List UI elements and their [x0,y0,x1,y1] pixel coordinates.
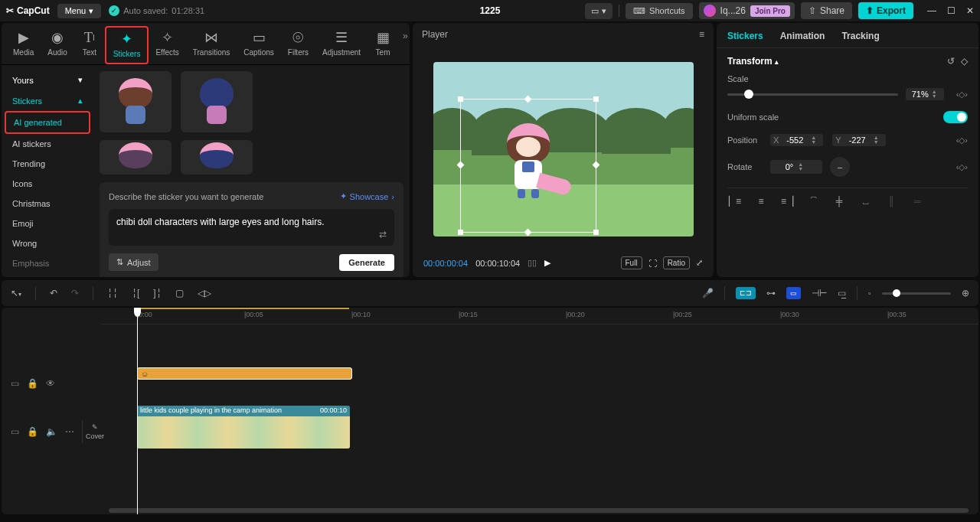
sticker-thumb[interactable] [181,71,253,132]
shortcuts-button[interactable]: ⌨ Shortcuts [626,3,692,19]
transform-header[interactable]: Transform ▴ ↺ ◇ [727,56,968,67]
align-v-center-icon[interactable]: ╪ [831,194,847,208]
collapse-tabs-button[interactable]: » [398,26,413,64]
category-ai-generated[interactable]: AI generated [5,111,90,134]
track-preview-icon[interactable]: ▭̲ [838,288,846,299]
rotate-stepper[interactable]: ▲▼ [798,162,807,171]
timeline-tracks[interactable]: |0:00 |00:05 |00:10 |00:15 |00:20 |00:25… [101,308,978,514]
share-button[interactable]: ⇧ Share [801,2,852,19]
category-stickers[interactable]: Stickers▴ [5,90,90,111]
tab-stickers[interactable]: ✦Stickers [105,26,149,64]
minimize-button[interactable]: — [927,5,936,16]
lock-icon[interactable]: 🔒 [27,378,38,389]
full-button[interactable]: Full [621,256,642,269]
timeline-ruler[interactable]: |0:00 |00:05 |00:10 |00:15 |00:20 |00:25… [101,308,978,325]
tab-effects[interactable]: ✧Effects [149,26,185,64]
pos-y-stepper[interactable]: ▲▼ [874,135,883,145]
visibility-icon[interactable]: 👁 [46,378,55,389]
pos-x-stepper[interactable]: ▲▼ [811,135,820,145]
microphone-icon[interactable]: 🎤 [702,288,714,299]
sticker-clip[interactable]: ☺ [137,367,352,380]
redo-button[interactable]: ↷ [71,288,79,299]
video-track[interactable]: little kids couple playing in the camp a… [101,406,978,449]
generate-button[interactable]: Generate [339,254,394,271]
reset-icon[interactable]: ↺ [947,56,955,67]
trim-left-icon[interactable]: ╎[ [132,288,139,299]
adjust-button[interactable]: ⇅ Adjust [109,253,158,271]
align-h-center-icon[interactable]: ≡ [753,194,769,208]
rotate-input[interactable]: 0° ▲▼ [770,160,822,174]
collapse-icon[interactable]: ▭ [11,378,19,389]
align-left-icon[interactable]: ▏≡ [727,194,743,208]
tab-audio[interactable]: ◉Audio [41,26,74,64]
ratio-button[interactable]: Ratio [663,256,690,269]
align-bottom-icon[interactable]: ⎵ [858,194,873,208]
maximize-button[interactable]: ☐ [947,5,956,16]
position-keyframe[interactable]: ‹◇› [956,135,968,145]
scan-icon[interactable]: ⛶ [648,259,657,268]
player-menu-icon[interactable]: ≡ [699,29,704,40]
sticker-track[interactable]: ☺ [101,367,978,390]
scale-value[interactable]: 71% [909,90,932,99]
delete-icon[interactable]: ▢ [175,288,184,299]
tab-stickers-inspector[interactable]: Stickers [727,31,763,41]
tab-captions[interactable]: ▭Captions [237,26,280,64]
timeline-scrollbar[interactable] [101,507,978,514]
tab-tracking[interactable]: Tracking [841,31,879,41]
tab-text[interactable]: TIText [74,26,105,64]
category-icons[interactable]: Icons [5,174,90,194]
tab-filters[interactable]: ⦾Filters [281,26,315,64]
link-icon[interactable]: ⊶ [766,288,776,299]
scale-slider[interactable] [727,93,898,96]
scale-keyframe[interactable]: ‹◇› [956,90,968,100]
selection-tool-icon[interactable]: ↖▾ [11,288,21,299]
export-button[interactable]: ⬆ Export [858,2,913,19]
category-trending[interactable]: Trending [5,154,90,174]
user-pill[interactable]: Iq...26 Join Pro [699,2,795,19]
menu-button[interactable]: Menu ▾ [57,4,102,18]
sticker-thumb[interactable] [100,71,172,132]
undo-button[interactable]: ↶ [50,288,57,299]
align-right-icon[interactable]: ≡▕ [779,194,795,208]
playhead[interactable] [137,308,138,514]
selection-box[interactable] [460,99,596,233]
uniform-scale-toggle[interactable] [943,111,968,123]
keyframe-nav-icon[interactable]: ◇ [961,56,968,67]
pos-x-input[interactable]: X -552 ▲▼ [770,134,823,146]
flip-button[interactable]: – [830,157,850,177]
category-emphasis[interactable]: Emphasis [5,253,90,273]
category-emoji[interactable]: Emoji [5,214,90,233]
more-icon[interactable]: ⋯ [65,426,74,437]
category-ai-stickers[interactable]: AI stickers [5,134,90,154]
rotate-keyframe[interactable]: ‹◇› [956,162,968,172]
scale-stepper[interactable]: ▲▼ [932,90,941,99]
zoom-in-icon[interactable]: ⊕ [962,288,969,299]
shuffle-icon[interactable]: ⇄ [379,229,387,240]
tab-templates[interactable]: ▦Tem [368,26,398,64]
tab-adjustment[interactable]: ☰Adjustment [315,26,368,64]
expand-icon[interactable]: ⤢ [696,258,703,268]
tab-media[interactable]: ▶Media [6,26,41,64]
mirror-icon[interactable]: ◁▷ [198,288,211,299]
showcase-button[interactable]: ✦ Showcase › [340,191,394,201]
tab-transitions[interactable]: ⋈Transitions [186,26,237,64]
pos-y-input[interactable]: Y -227 ▲▼ [832,134,885,146]
prompt-input[interactable]: chibi doll characters with large eyes an… [109,209,394,246]
sticker-thumb[interactable] [181,140,253,175]
video-clip[interactable]: little kids couple playing in the camp a… [137,406,350,449]
sticker-thumb[interactable] [100,140,172,175]
cut-mode-icon[interactable]: ⊣⊢ [812,288,827,299]
zoom-out-icon[interactable]: ◦ [868,288,871,299]
compare-icon[interactable]: ▯▯ [528,258,537,268]
category-wrong[interactable]: Wrong [5,233,90,253]
trim-right-icon[interactable]: ]╎ [153,288,161,299]
collapse-icon[interactable]: ▭ [11,426,19,437]
magnet-icon[interactable]: ⊏⊐ [736,287,756,299]
lock-icon[interactable]: 🔒 [27,426,38,437]
player-canvas[interactable] [433,62,694,237]
category-christmas[interactable]: Christmas [5,194,90,214]
preview-icon[interactable]: ▭ [786,287,801,299]
align-top-icon[interactable]: ⎴ [805,194,821,208]
split-icon[interactable]: ╎╎ [107,288,118,299]
aspect-ratio-button[interactable]: ▭ ▾ [585,3,612,19]
